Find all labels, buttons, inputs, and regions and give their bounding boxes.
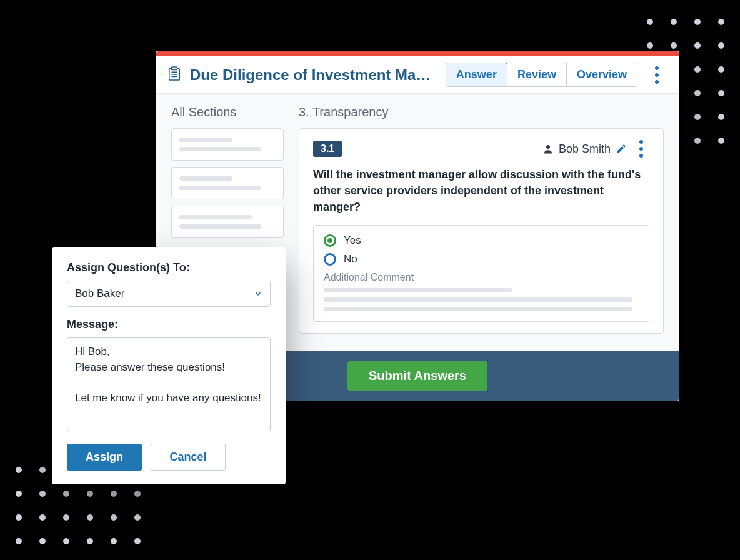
assign-button[interactable]: Assign — [67, 444, 142, 471]
tab-review[interactable]: Review — [507, 63, 566, 86]
svg-rect-1 — [171, 67, 177, 70]
question-card: 3.1 Bob Smith Will the investment manage… — [299, 128, 664, 334]
section-item[interactable] — [171, 206, 284, 238]
radio-no[interactable]: No — [324, 253, 639, 266]
person-icon — [542, 143, 554, 154]
assign-modal: Assign Question(s) To: Bob Baker Message… — [52, 248, 286, 484]
section-item[interactable] — [171, 128, 284, 161]
tab-answer[interactable]: Answer — [446, 62, 508, 87]
chevron-down-icon — [254, 289, 262, 298]
assignee-select[interactable]: Bob Baker — [67, 281, 271, 307]
radio-yes[interactable]: Yes — [324, 234, 639, 247]
question-assignee: Bob Smith — [542, 142, 627, 156]
additional-comment-label: Additional Comment — [324, 272, 639, 283]
edit-assignee-icon[interactable] — [616, 143, 627, 154]
radio-no-label: No — [344, 253, 358, 266]
tabs: Answer Review Overview — [446, 62, 638, 87]
document-icon — [168, 66, 181, 84]
question-text: Will the investment manager allow discus… — [313, 166, 649, 215]
tab-overview[interactable]: Overview — [566, 63, 637, 86]
cancel-button[interactable]: Cancel — [151, 444, 226, 471]
section-item[interactable] — [171, 167, 284, 199]
radio-icon-unselected — [324, 253, 336, 266]
sidebar-title: All Sections — [171, 105, 284, 119]
panel-header: Due Diligence of Investment Man… Answer … — [156, 56, 679, 94]
assignee-select-value: Bob Baker — [75, 288, 124, 300]
section-title: 3. Transparency — [299, 105, 664, 119]
page-title: Due Diligence of Investment Man… — [190, 66, 437, 84]
message-label: Message: — [67, 318, 271, 331]
svg-point-5 — [546, 145, 550, 149]
radio-yes-label: Yes — [344, 234, 361, 247]
accent-bar — [156, 51, 679, 56]
message-input[interactable] — [67, 338, 271, 431]
more-menu-icon[interactable] — [646, 66, 668, 84]
assignee-name: Bob Smith — [559, 142, 611, 156]
assign-to-label: Assign Question(s) To: — [67, 261, 271, 274]
question-number-badge: 3.1 — [313, 141, 342, 157]
question-area: 3. Transparency 3.1 Bob Smith Will the i… — [299, 105, 664, 334]
question-more-menu-icon[interactable] — [633, 140, 649, 158]
answer-box: Yes No Additional Comment — [313, 225, 649, 322]
submit-answers-button[interactable]: Submit Answers — [348, 361, 488, 391]
radio-icon-selected — [324, 234, 336, 247]
